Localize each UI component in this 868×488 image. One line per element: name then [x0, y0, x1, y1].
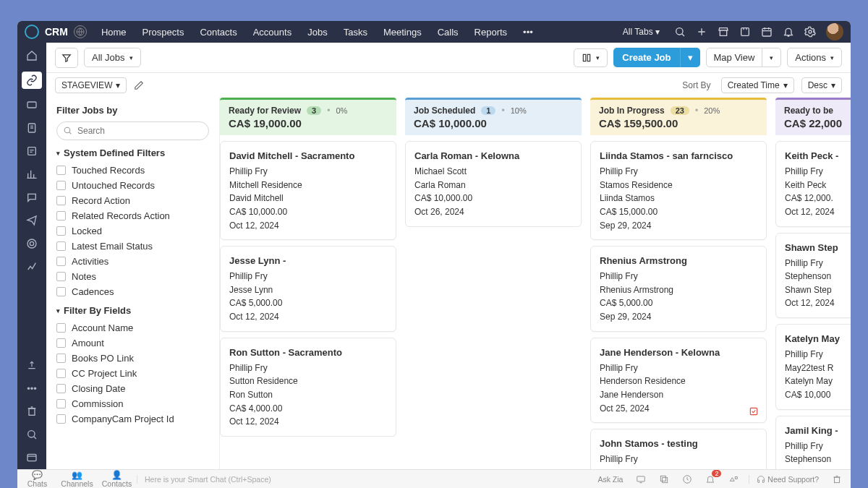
filter-item[interactable]: Books PO Link: [56, 351, 209, 366]
checkbox-icon[interactable]: [56, 338, 66, 348]
filter-item[interactable]: Latest Email Status: [56, 239, 209, 254]
globe-icon[interactable]: [74, 25, 87, 38]
actions-dropdown[interactable]: Actions▾: [787, 48, 842, 67]
menu-jobs[interactable]: Jobs: [307, 27, 327, 38]
create-job-dropdown[interactable]: ▾: [680, 48, 700, 67]
checkbox-icon[interactable]: [56, 181, 66, 190]
calendar-icon[interactable]: [761, 26, 773, 38]
job-card[interactable]: Liinda Stamos - san farnciscoPhillip Fry…: [590, 141, 767, 240]
menu-meetings[interactable]: Meetings: [383, 27, 422, 38]
menu-accounts[interactable]: Accounts: [253, 27, 292, 38]
checkbox-icon[interactable]: [56, 166, 66, 175]
job-card[interactable]: Shawn StepPhillip FryStephensonShawn Ste…: [775, 233, 851, 319]
avatar[interactable]: [826, 23, 843, 40]
sortdir-dropdown[interactable]: Desc▾: [801, 77, 842, 93]
rail-doc-icon[interactable]: [25, 121, 39, 135]
menu-prospects[interactable]: Prospects: [142, 27, 184, 38]
filter-item[interactable]: Account Name: [56, 320, 209, 335]
filter-group-fields[interactable]: ▾Filter By Fields: [56, 305, 209, 316]
ask-zia-button[interactable]: Ask Zia: [595, 475, 626, 484]
checkbox-icon[interactable]: [56, 399, 66, 408]
checkbox-icon[interactable]: [56, 287, 66, 296]
menu-more[interactable]: •••: [523, 27, 533, 38]
checkbox-icon[interactable]: [56, 323, 66, 333]
rail-window-icon[interactable]: [25, 450, 39, 465]
filter-item[interactable]: Cadences: [56, 284, 209, 299]
job-card[interactable]: Rhenius ArmstrongPhillip FryRhenius Arms…: [590, 246, 767, 332]
checkbox-icon[interactable]: [56, 384, 66, 393]
create-job-button[interactable]: Create Job ▾: [613, 48, 699, 67]
rail-campaign-icon[interactable]: [25, 213, 39, 228]
screen-icon[interactable]: [633, 474, 649, 484]
menu-contacts[interactable]: Contacts: [200, 27, 237, 38]
checkbox-icon[interactable]: [56, 369, 66, 378]
bottom-tab-chats[interactable]: 💬Chats: [17, 471, 57, 488]
filter-item[interactable]: Activities: [56, 254, 209, 269]
alljobs-dropdown[interactable]: All Jobs▾: [84, 48, 141, 67]
job-card[interactable]: David Mitchell - SacramentoPhillip FryMi…: [220, 141, 396, 240]
checkbox-icon[interactable]: [56, 257, 66, 266]
note-icon[interactable]: [739, 26, 751, 38]
shapes-icon[interactable]: [726, 474, 741, 484]
rail-form-icon[interactable]: [25, 144, 39, 158]
checkbox-icon[interactable]: [56, 196, 66, 205]
filter-item[interactable]: Closing Date: [56, 381, 209, 396]
rail-home-icon[interactable]: [25, 48, 39, 63]
job-card[interactable]: Ron Sutton - SacramentoPhillip FrySutton…: [220, 338, 396, 437]
checkbox-icon[interactable]: [56, 211, 66, 221]
search-icon[interactable]: [674, 26, 686, 38]
job-card[interactable]: Jesse Lynn -Phillip FryJesse LynnCA$ 5,0…: [220, 246, 396, 332]
menu-tasks[interactable]: Tasks: [344, 27, 367, 38]
bottom-tab-channels[interactable]: 👥Channels: [57, 471, 97, 488]
filter-button[interactable]: [55, 48, 78, 68]
checkbox-icon[interactable]: [56, 226, 66, 236]
store-icon[interactable]: [718, 26, 729, 38]
checkbox-icon[interactable]: [56, 241, 66, 251]
sortfield-dropdown[interactable]: Created Time▾: [721, 77, 794, 93]
rail-chat-icon[interactable]: [25, 190, 39, 205]
mapview-dropdown[interactable]: ▾: [762, 48, 781, 67]
rail-card-icon[interactable]: [25, 98, 39, 112]
rail-more-icon[interactable]: •••: [25, 381, 39, 395]
history-icon[interactable]: [679, 474, 695, 484]
filter-item[interactable]: Record Action: [56, 193, 209, 208]
rail-upload-icon[interactable]: [25, 358, 39, 372]
filter-item[interactable]: Untouched Records: [56, 178, 209, 193]
filter-item[interactable]: Touched Records: [56, 163, 209, 178]
filter-item[interactable]: Notes: [56, 269, 209, 284]
menu-home[interactable]: Home: [101, 27, 127, 38]
smartchat-hint[interactable]: Here is your Smart Chat (Ctrl+Space): [137, 475, 589, 484]
checkbox-icon[interactable]: [56, 354, 66, 363]
mapview-button[interactable]: Map View: [706, 48, 763, 67]
job-card[interactable]: Carla Roman - KelownaMichael ScottCarla …: [405, 141, 582, 227]
copy-icon[interactable]: [656, 474, 672, 484]
rail-chart-icon[interactable]: [25, 167, 39, 181]
filter-item[interactable]: CC Project Link: [56, 366, 209, 381]
checkbox-icon[interactable]: [56, 272, 66, 281]
rail-target-icon[interactable]: [25, 236, 39, 251]
all-tabs-dropdown[interactable]: All Tabs ▾: [623, 27, 660, 37]
layout-dropdown[interactable]: ▾: [574, 48, 608, 67]
rail-search-icon[interactable]: [25, 427, 39, 442]
gear-icon[interactable]: [804, 26, 816, 38]
rail-link-icon[interactable]: [22, 72, 42, 89]
bell-icon[interactable]: 2: [702, 474, 718, 484]
bottom-tab-contacts[interactable]: 👤Contacts: [97, 471, 137, 488]
support-button[interactable]: Need Support?: [749, 475, 822, 484]
rail-analytics-icon[interactable]: [25, 260, 39, 274]
trash-icon[interactable]: [829, 474, 845, 484]
job-card[interactable]: Keith Peck -Phillip FryKeith PeckCA$ 12,…: [775, 141, 851, 227]
job-card[interactable]: Jane Henderson - KelownaPhillip FryHende…: [590, 338, 767, 424]
filter-search-input[interactable]: [56, 121, 209, 140]
stageview-dropdown[interactable]: STAGEVIEW▾: [55, 77, 127, 93]
job-card[interactable]: Katelyn MayPhillip FryMay22test RKatelyn…: [775, 324, 851, 410]
filter-item[interactable]: Amount: [56, 335, 209, 351]
edit-icon[interactable]: [134, 80, 144, 90]
plus-icon[interactable]: [696, 26, 707, 38]
bell-icon[interactable]: [783, 26, 794, 38]
checkbox-icon[interactable]: [56, 414, 66, 424]
filter-item[interactable]: Locked: [56, 223, 209, 239]
filter-search[interactable]: [56, 121, 209, 140]
menu-calls[interactable]: Calls: [438, 27, 459, 38]
filter-group-system[interactable]: ▾System Defined Filters: [56, 147, 209, 158]
